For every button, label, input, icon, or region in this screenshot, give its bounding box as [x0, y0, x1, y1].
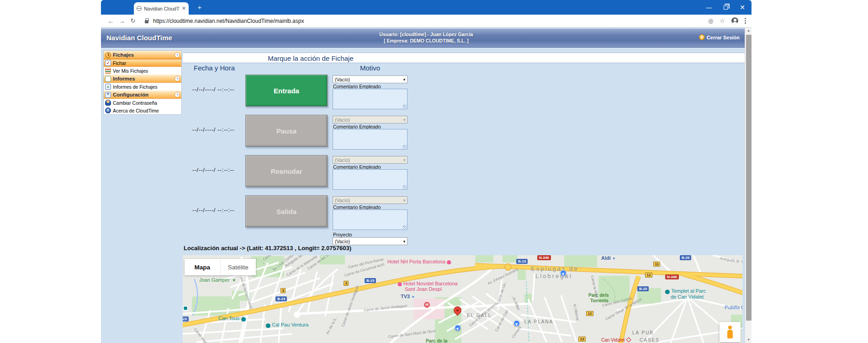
check-icon: ✓ [105, 60, 111, 66]
new-tab-button[interactable]: + [195, 3, 205, 11]
profile-avatar-icon[interactable] [731, 17, 738, 24]
timestamp-pausa: --/--/----/ --:--:-- [185, 126, 241, 133]
comment-textarea-entrada[interactable] [333, 89, 408, 109]
gear-icon: * [105, 92, 111, 98]
location-line: Localización actual -> (Latit: 41.372513… [184, 245, 351, 252]
road-shield: B-20 [637, 286, 649, 291]
timestamp-entrada: --/--/----/ --:--:-- [185, 86, 241, 93]
exit-marker: 11 [653, 262, 660, 267]
map-label: Can Vidalet [601, 338, 630, 343]
tab-close-icon[interactable]: ✕ [182, 5, 186, 11]
my-location-icon: ▶ [560, 270, 566, 276]
collapse-chevron-icon[interactable]: « [175, 52, 180, 58]
page-scrollbar[interactable]: ▲ ▼ [745, 27, 752, 343]
exit-marker: 3 [281, 288, 286, 293]
chevron-down-icon: ▼ [402, 77, 406, 83]
proyecto-label: Proyecto [333, 232, 352, 237]
map-type-control: Mapa Satélite [185, 259, 256, 275]
exit-marker: 12 [645, 273, 652, 278]
map-label: TV3 [401, 294, 415, 299]
column-header-motivo: Motivo [333, 64, 408, 72]
browser-menu-icon[interactable] [745, 18, 746, 24]
sidebar-item-acerca-de-cloudtime[interactable]: ?Acerca de CloudTime [104, 107, 181, 114]
column-header-fecha: Fecha y Hora [194, 64, 235, 72]
comment-textarea-pausa[interactable] [333, 129, 408, 150]
road-shield: B-23 [516, 259, 528, 264]
comment-textarea-salida[interactable] [333, 209, 408, 230]
sidebar-item-cambiar-contraseña[interactable]: Cambiar Contraseña [104, 99, 181, 107]
browser-window: Navidian CloudTime ✕ + — ✕ ← → ↻ https:/… [101, 0, 752, 343]
road-shield: B-20 [680, 255, 691, 260]
reanudar-button: Reanudar [245, 155, 328, 187]
map-label: Joan Gamper [199, 277, 236, 283]
timestamp-reanudar: --/--/----/ --:--:-- [185, 166, 241, 173]
road-shield: 23 [183, 316, 189, 322]
secure-padlock-icon[interactable] [145, 20, 148, 23]
map-label: Aldi [601, 255, 616, 261]
window-restore-button[interactable] [724, 5, 728, 10]
browser-titlebar: Navidian CloudTime ✕ + — ✕ [101, 0, 752, 15]
pausa-button: Pausa [245, 115, 328, 147]
send-to-device-icon[interactable]: ◎ [708, 17, 713, 24]
map-label: CASES [640, 338, 660, 343]
scroll-up-icon[interactable]: ▲ [745, 27, 752, 34]
window-close-button[interactable]: ✕ [740, 4, 745, 11]
map-button[interactable]: Mapa [185, 259, 220, 275]
motivo-select-reanudar: (Vacío)▼ [333, 156, 408, 164]
poi-dot-icon [183, 305, 188, 311]
page-title: Marque la acción de Fichaje [183, 54, 439, 62]
app-header: Navidian CloudTime Usuario: [cloudtime] … [101, 28, 752, 48]
proyecto-select[interactable]: (Vacío)▼ [333, 237, 408, 245]
road-shield: N-340 [665, 274, 679, 279]
report-icon [105, 76, 111, 82]
satellite-button[interactable]: Satélite [220, 259, 256, 275]
browser-tab[interactable]: Navidian CloudTime ✕ [134, 2, 189, 15]
chevron-down-icon: ▼ [402, 158, 406, 163]
chevron-down-icon: ▼ [402, 239, 406, 245]
scroll-down-icon[interactable]: ▼ [745, 337, 752, 343]
entrada-button[interactable]: Entrada [245, 75, 328, 107]
window-minimize-button[interactable]: — [706, 4, 712, 11]
back-button[interactable]: ← [106, 17, 116, 25]
timestamp-salida: --/--/----/ --:--:-- [185, 207, 241, 214]
webpage-viewport: Navidian CloudTime Usuario: [cloudtime] … [101, 27, 752, 343]
road-shield: B-23 [365, 278, 376, 283]
motivo-select-entrada[interactable]: (Vacío)▼ [333, 75, 408, 83]
reload-button[interactable]: ↻ [127, 17, 138, 24]
address-bar-url[interactable]: https://cloudtime.navidian.net/NavidianC… [153, 18, 304, 24]
collapse-chevron-icon[interactable]: « [175, 76, 180, 81]
bookmark-star-icon[interactable]: ☆ [720, 17, 725, 24]
sidebar-menu: Fichajes«✓FicharVer Mis FichajesInformes… [103, 50, 182, 115]
chevron-down-icon: ▼ [402, 198, 406, 204]
logout-icon [699, 34, 705, 40]
forward-button[interactable]: → [116, 17, 127, 25]
map-label: LA PLANA [524, 319, 553, 324]
map-label: Llobregat [535, 273, 572, 279]
user-info: Usuario: [cloudtime] - Juan López García… [101, 31, 752, 44]
map-canvas [183, 255, 742, 343]
logout-button[interactable]: Cerrar Sesión [699, 34, 740, 40]
map-label: de Can Vidalet [671, 294, 704, 300]
exit-marker: 12 [586, 311, 593, 316]
map-label: Can Tous [218, 316, 247, 322]
map-label: Parc de la [426, 338, 447, 343]
collapse-chevron-icon[interactable]: « [175, 92, 180, 97]
sidebar-section-informes[interactable]: Informes« [104, 75, 181, 83]
google-map[interactable]: Mapa Satélite Joan GamperAv. de la Gener… [183, 255, 742, 343]
my-location-icon: ▶ [455, 325, 461, 331]
pegman-icon [726, 326, 734, 338]
map-label: Sant Joan Despí [405, 286, 442, 292]
comment-textarea-reanudar[interactable] [333, 169, 408, 190]
sidebar-item-informes-de-fichajes[interactable]: »Informes de Fichajes [104, 83, 181, 91]
sidebar-section-fichajes[interactable]: Fichajes« [104, 51, 181, 59]
scrollbar-thumb[interactable] [746, 35, 752, 321]
motivo-select-salida: (Vacío)▼ [333, 196, 408, 204]
sidebar-section-configuración[interactable]: *Configuración« [104, 91, 181, 99]
hospital-icon: H [424, 302, 430, 308]
sidebar-item-fichar[interactable]: ✓Fichar [104, 59, 181, 67]
street-view-control[interactable] [720, 322, 741, 342]
map-label: Pubilla C... [725, 305, 742, 310]
person-icon [105, 100, 111, 106]
user-line: Usuario: [cloudtime] - Juan López García [101, 31, 752, 38]
sidebar-item-ver-mis-fichajes[interactable]: Ver Mis Fichajes [104, 67, 181, 75]
